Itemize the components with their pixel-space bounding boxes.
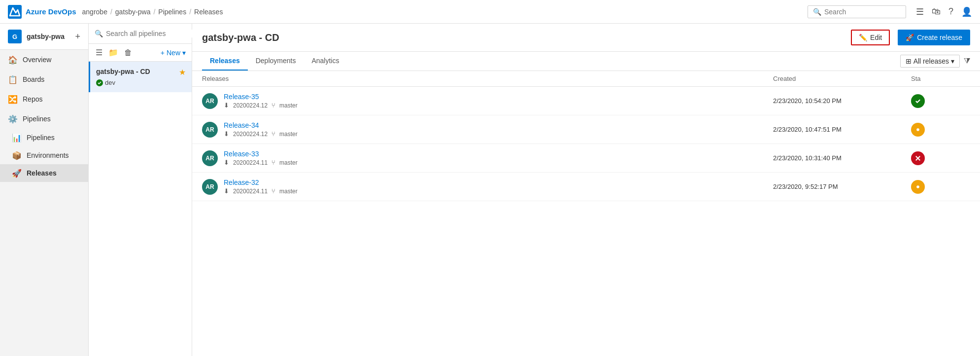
sidebar-item-overview[interactable]: 🏠 Overview [0,50,88,70]
boards-icon: 📋 [8,74,18,84]
release-meta-2: ⬇ 20200224.11 ⑂ master [224,159,298,166]
breadcrumb-project[interactable]: gatsby-pwa [115,8,151,16]
tab-releases[interactable]: Releases [202,52,248,71]
table-row[interactable]: AR Release-34 ⬇ 20200224.12 ⑂ master 2/2… [192,115,980,144]
release-details-3: Release-32 ⬇ 20200224.11 ⑂ master [224,178,298,195]
sidebar-item-pipelines[interactable]: ⚙️ Pipelines [0,109,88,129]
app-title: Azure DevOps [26,7,76,16]
sidebar-section-item-releases[interactable]: 🚀 Releases [0,164,88,182]
create-release-label: Create release [917,34,962,41]
sidebar-item-boards-label: Boards [23,75,44,83]
sidebar-item-pipelines-label: Pipelines [23,115,51,123]
sidebar-item-repos[interactable]: 🔀 Repos [0,89,88,109]
all-releases-label: All releases [913,57,949,65]
build-icon-3: ⬇ [224,187,229,195]
status-badge-1 [911,123,925,137]
global-search-box[interactable]: 🔍 [808,5,906,18]
overview-icon: 🏠 [8,55,18,65]
breadcrumb: angrobe / gatsby-pwa / Pipelines / Relea… [82,8,802,16]
tab-deployments[interactable]: Deployments [248,52,304,71]
pipeline-item[interactable]: gatsby-pwa - CD ★ dev [89,62,192,92]
release-date-3: 2/23/2020, 9:52:17 PM [773,183,911,190]
table-row[interactable]: AR Release-32 ⬇ 20200224.11 ⑂ master 2/2… [192,173,980,201]
release-meta-3: ⬇ 20200224.11 ⑂ master [224,187,298,195]
tab-right-controls: ⊞ All releases ▾ ⧩ [900,55,970,68]
releases-table: Releases Created Sta AR Release-35 ⬇ 202… [192,71,980,356]
table-row[interactable]: AR Release-33 ⬇ 20200224.11 ⑂ master 2/2… [192,144,980,173]
release-avatar-2: AR [202,150,218,166]
new-button-label: New [167,49,180,57]
table-header: Releases Created Sta [192,71,980,87]
branch-icon-0: ⑂ [271,102,275,109]
sidebar-section-item-environments[interactable]: 📦 Environments [0,146,88,164]
pipeline-search-input[interactable] [106,30,192,37]
release-details-1: Release-34 ⬇ 20200224.12 ⑂ master [224,121,298,138]
breadcrumb-releases[interactable]: Releases [194,8,223,16]
chevron-down-icon: ▾ [182,49,186,57]
table-row[interactable]: AR Release-35 ⬇ 20200224.12 ⑂ master 2/2… [192,87,980,115]
build-icon-1: ⬇ [224,130,229,138]
filter-icon[interactable]: ⧩ [964,57,970,66]
release-name-3[interactable]: Release-32 [224,178,298,186]
list-view-icon[interactable]: ☰ [95,47,103,58]
build-number-1: 20200224.12 [233,131,268,138]
status-badge-3 [911,180,925,194]
svg-point-5 [916,185,919,188]
search-icon: 🔍 [813,8,821,16]
pipeline-item-status: dev [96,79,186,86]
folder-icon[interactable]: 📁 [107,47,119,58]
content-tabs: Releases Deployments Analytics ⊞ All rel… [192,52,980,71]
branch-icon-1: ⑂ [271,130,275,138]
pipeline-toolbar: ☰ 📁 🗑 + New ▾ [89,44,192,62]
release-name-2[interactable]: Release-33 [224,150,298,158]
create-release-button[interactable]: 🚀 Create release [898,30,970,45]
release-info-2: AR Release-33 ⬇ 20200224.11 ⑂ master [202,150,773,166]
release-info-1: AR Release-34 ⬇ 20200224.12 ⑂ master [202,121,773,138]
breadcrumb-pipelines[interactable]: Pipelines [158,8,186,16]
edit-button[interactable]: ✏️ Edit [851,30,890,45]
global-search-input[interactable] [824,8,901,16]
release-avatar-1: AR [202,122,218,138]
release-meta-1: ⬇ 20200224.12 ⑂ master [224,130,298,138]
add-project-button[interactable]: + [75,32,80,42]
list-icon[interactable]: ☰ [916,6,924,17]
header-created: Created [773,75,911,82]
star-icon[interactable]: ★ [179,68,186,77]
new-button[interactable]: + New ▾ [161,49,186,57]
pipeline-list-panel: 🔍 ☰ 📁 🗑 + New ▾ gatsby-pwa - CD ★ [89,24,192,356]
branch-icon-3: ⑂ [271,187,275,195]
repos-icon: 🔀 [8,94,18,104]
bag-icon[interactable]: 🛍 [932,6,941,17]
release-info-3: AR Release-32 ⬇ 20200224.11 ⑂ master [202,178,773,195]
project-name: gatsby-pwa [27,33,65,40]
build-number-2: 20200224.11 [233,159,268,166]
breadcrumb-org[interactable]: angrobe [82,8,107,16]
user-icon[interactable]: 👤 [961,6,972,17]
release-date-2: 2/23/2020, 10:31:40 PM [773,154,911,162]
pipelines-icon: ⚙️ [8,114,18,124]
branch-name-1: master [279,131,298,138]
sidebar-item-boards[interactable]: 📋 Boards [0,70,88,89]
sidebar-section-item-pipelines-label: Pipelines [27,134,55,142]
project-avatar: G [8,30,22,43]
sidebar-section-item-releases-label: Releases [27,169,57,177]
status-success-dot [96,79,103,86]
release-name-1[interactable]: Release-34 [224,121,298,129]
pipeline-item-branch: dev [105,79,115,86]
tab-analytics[interactable]: Analytics [304,52,347,71]
build-number-3: 20200224.11 [233,188,268,195]
app-logo[interactable]: Azure DevOps [8,5,76,19]
delete-icon[interactable]: 🗑 [123,47,133,58]
sidebar-project-header: G gatsby-pwa + [0,24,88,50]
status-badge-2 [911,151,925,165]
branch-name-2: master [279,159,298,166]
sidebar-section-item-pipelines[interactable]: 📊 Pipelines [0,129,88,146]
all-releases-button[interactable]: ⊞ All releases ▾ [900,55,960,68]
help-icon[interactable]: ? [948,6,953,17]
chevron-down-icon: ▾ [951,57,954,65]
content-header: gatsby-pwa - CD ✏️ Edit 🚀 Create release [192,24,980,52]
pipelines-sub-icon: 📊 [12,133,22,142]
build-icon-0: ⬇ [224,102,229,109]
release-name-0[interactable]: Release-35 [224,93,298,101]
release-details-2: Release-33 ⬇ 20200224.11 ⑂ master [224,150,298,166]
